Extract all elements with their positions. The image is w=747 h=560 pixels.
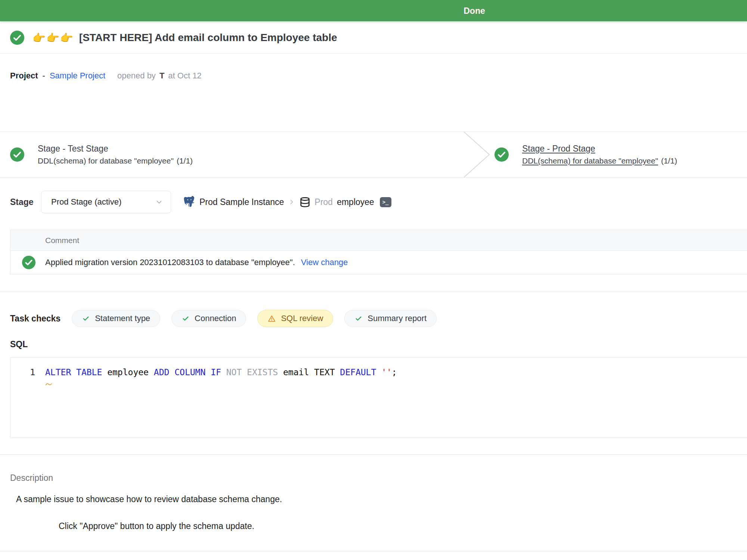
- stage-card-texts: Stage - Prod Stage DDL(schema) for datab…: [522, 144, 677, 165]
- project-dash: -: [43, 71, 45, 81]
- comment-table-header: Comment: [10, 230, 747, 251]
- stage-dropdown[interactable]: Prod Stage (active): [41, 191, 171, 213]
- project-row: Project - Sample Project opened by T at …: [0, 54, 747, 81]
- comment-table: Comment Applied migration version 202310…: [10, 230, 747, 274]
- opened-at-label: at Oct 12: [168, 71, 201, 81]
- project-label: Project: [10, 71, 38, 81]
- issue-done-check-icon: [10, 31, 24, 45]
- stage-card-texts: Stage - Test Stage DDL(schema) for datab…: [38, 144, 193, 165]
- issue-page: Done 👉👉👉 [START HERE] Add email column t…: [0, 0, 747, 560]
- section-divider: [0, 454, 747, 455]
- check-pill-summary-report[interactable]: Summary report: [344, 310, 437, 327]
- check-pill-label: Summary report: [368, 314, 427, 323]
- stage-dropdown-value: Prod Stage (active): [51, 197, 121, 207]
- stage-card-test-stage[interactable]: Stage - Test Stage DDL(schema) for datab…: [0, 144, 461, 165]
- postgresql-icon: [183, 196, 195, 208]
- check-pill-statement-type[interactable]: Statement type: [72, 310, 160, 327]
- comment-message: Applied migration version 20231012083103…: [45, 258, 295, 267]
- stage-done-check-icon: [10, 147, 24, 162]
- comment-row: Applied migration version 20231012083103…: [10, 251, 747, 274]
- description-section: Description A sample issue to showcase h…: [0, 473, 747, 531]
- sql-statement: ALTER TABLE employee ADD COLUMN IF NOT E…: [45, 367, 397, 378]
- check-pill-label: Statement type: [95, 314, 150, 323]
- database-link[interactable]: employee: [337, 197, 374, 207]
- stage-card-prod-stage[interactable]: Stage - Prod Stage DDL(schema) for datab…: [495, 144, 747, 165]
- check-pill-connection[interactable]: Connection: [171, 310, 246, 327]
- chevron-right-icon: [288, 197, 295, 206]
- sql-editor-icon[interactable]: >_: [380, 197, 391, 207]
- stage-title: Stage - Prod Stage: [522, 144, 677, 154]
- comment-done-check-icon: [22, 256, 35, 269]
- sql-section-label: SQL: [10, 339, 737, 349]
- check-pill-sql-review[interactable]: SQL review: [257, 310, 333, 327]
- stage-title: Stage - Test Stage: [38, 144, 193, 154]
- section-divider: [0, 551, 747, 551]
- check-pass-icon: [182, 314, 190, 323]
- instance-link[interactable]: Prod Sample Instance: [199, 197, 284, 207]
- stages-strip: Stage - Test Stage DDL(schema) for datab…: [0, 131, 747, 178]
- creator-label: T: [159, 71, 164, 81]
- task-checks-label: Task checks: [10, 314, 61, 324]
- issue-title-text: [START HERE] Add email column to Employe…: [79, 32, 337, 44]
- stage-select-row: Stage Prod Stage (active) Prod Sample In…: [0, 191, 747, 213]
- chevron-down-icon: [155, 198, 163, 206]
- sql-code-line: 1ALTER TABLE employee ADD COLUMN IF NOT …: [10, 367, 747, 378]
- view-change-link[interactable]: View change: [301, 258, 348, 267]
- description-label: Description: [10, 473, 737, 483]
- issue-title: 👉👉👉 [START HERE] Add email column to Emp…: [32, 32, 337, 44]
- line-number: 1: [10, 367, 45, 378]
- project-link[interactable]: Sample Project: [50, 71, 105, 81]
- environment-label: Prod: [314, 197, 333, 207]
- check-pass-icon: [354, 314, 363, 323]
- status-banner: Done: [0, 0, 747, 21]
- check-pill-label: Connection: [195, 314, 236, 323]
- stage-select-label: Stage: [10, 197, 41, 207]
- opened-by-label: opened by: [117, 71, 156, 81]
- description-paragraph: Click "Approve" button to apply the sche…: [59, 521, 737, 531]
- description-paragraph: A sample issue to showcase how to review…: [16, 494, 737, 504]
- check-pass-icon: [82, 314, 90, 323]
- stage-progress: (1/1): [661, 156, 677, 165]
- section-divider: [0, 292, 747, 292]
- stage-subtitle: DDL(schema) for database "employee"(1/1): [38, 156, 193, 165]
- check-pill-label: SQL review: [281, 314, 323, 323]
- issue-title-row: 👉👉👉 [START HERE] Add email column to Emp…: [0, 21, 747, 54]
- stage-progress: (1/1): [177, 156, 193, 165]
- task-checks-row: Task checks Statement type Connection SQ…: [10, 310, 737, 327]
- stage-subtitle: DDL(schema) for database "employee"(1/1): [522, 156, 677, 165]
- pointing-emoji: 👉👉👉: [32, 32, 74, 44]
- stage-done-check-icon: [495, 147, 509, 162]
- warning-icon: [267, 314, 276, 323]
- sql-warning-squiggle-underline: [45, 378, 747, 382]
- stage-chevron-separator: [461, 132, 495, 177]
- comment-header-label: Comment: [45, 236, 79, 245]
- status-label: Done: [464, 6, 485, 16]
- database-icon: [300, 197, 310, 208]
- database-breadcrumb: Prod Sample Instance Prod employee >_: [183, 196, 391, 208]
- sql-code-block: 1ALTER TABLE employee ADD COLUMN IF NOT …: [10, 357, 747, 438]
